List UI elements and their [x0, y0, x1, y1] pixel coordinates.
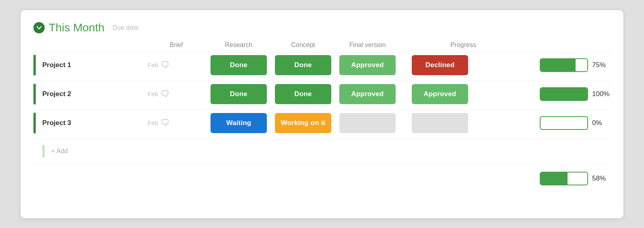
progress-fill [541, 59, 576, 71]
final-cell[interactable] [400, 111, 480, 135]
progress-percent: 75% [592, 61, 611, 69]
final-cell[interactable]: Approved [400, 82, 480, 106]
project-name-cell: Project 3 [33, 113, 146, 134]
due-date-value: Feb [148, 62, 158, 68]
brief-cell[interactable]: Done [206, 82, 271, 106]
group-title: This Month [49, 21, 105, 34]
row-indicator [33, 113, 36, 134]
project-name: Project 3 [42, 119, 71, 127]
status-badge: Approved [339, 84, 396, 104]
progress-bar [540, 58, 588, 72]
status-badge: Declined [412, 55, 468, 75]
projects-table: Project 1 Feb 🗨 DoneDoneApprovedDeclined… [33, 52, 611, 139]
add-label[interactable]: + Add [51, 148, 68, 155]
due-date-value: Feb [148, 119, 158, 126]
due-date-value: Feb [148, 90, 158, 97]
col-header-progress: Progress [400, 41, 480, 49]
footer-progress-label: 58% [592, 175, 611, 183]
header-row: This Month Due date [33, 21, 611, 34]
due-date-label: Due date [113, 24, 139, 31]
row-indicator [33, 55, 36, 76]
brief-cell[interactable]: Waiting [206, 111, 271, 135]
table-row: Project 2 Feb 🗨 DoneDoneApprovedApproved… [33, 81, 611, 110]
concept-cell[interactable]: Approved [335, 82, 400, 106]
status-badge: Approved [412, 84, 468, 104]
col-header-concept: Concept [271, 41, 335, 49]
due-date-cell: Feb 🗨 [146, 89, 206, 99]
status-badge: Working on it [275, 113, 331, 133]
concept-cell[interactable] [335, 111, 400, 135]
due-date-cell: Feb 🗨 [146, 118, 206, 128]
progress-fill [541, 88, 587, 100]
progress-percent: 0% [592, 119, 611, 127]
status-badge: Done [211, 55, 267, 75]
status-badge: Done [275, 84, 331, 104]
project-name: Project 1 [42, 61, 71, 69]
add-row[interactable]: + Add [33, 139, 611, 164]
progress-bar [540, 87, 588, 101]
project-name: Project 2 [42, 90, 71, 98]
research-cell[interactable]: Done [271, 82, 335, 106]
status-badge: Done [211, 84, 267, 104]
col-header-brief: Brief [146, 41, 206, 49]
row-indicator [33, 84, 36, 105]
chevron-down-icon[interactable] [33, 22, 45, 33]
concept-cell[interactable]: Approved [335, 53, 400, 77]
col-header-research: Research [206, 41, 271, 49]
comment-icon[interactable]: 🗨 [161, 60, 169, 70]
col-header-name [33, 41, 146, 49]
project-name-cell: Project 2 [33, 84, 146, 105]
progress-percent: 100% [592, 90, 611, 98]
table-row: Project 1 Feb 🗨 DoneDoneApprovedDeclined… [33, 52, 611, 81]
status-badge [339, 113, 396, 133]
status-badge: Done [275, 55, 331, 75]
footer-row: 58% [33, 164, 611, 185]
status-badge [412, 113, 468, 133]
research-cell[interactable]: Working on it [271, 111, 335, 135]
due-date-cell: Feb 🗨 [146, 60, 206, 70]
progress-cell: 0% [480, 116, 611, 130]
add-row-bar [42, 145, 45, 158]
col-header-final: Final version [335, 41, 400, 49]
comment-icon[interactable]: 🗨 [161, 118, 169, 128]
column-headers: Brief Research Concept Final version Pro… [33, 41, 611, 52]
table-row: Project 3 Feb 🗨 WaitingWorking on it0% [33, 110, 611, 139]
main-card: This Month Due date Brief Research Conce… [20, 10, 624, 219]
progress-bar [540, 116, 588, 130]
comment-icon[interactable]: 🗨 [161, 89, 169, 99]
final-cell[interactable]: Declined [400, 53, 480, 77]
brief-cell[interactable]: Done [206, 53, 271, 77]
footer-progress-fill [541, 173, 568, 185]
status-badge: Waiting [211, 113, 267, 133]
footer-progress-bar [540, 172, 588, 185]
progress-cell: 100% [480, 87, 611, 101]
progress-cell: 75% [480, 58, 611, 72]
status-badge: Approved [339, 55, 396, 75]
research-cell[interactable]: Done [271, 53, 335, 77]
project-name-cell: Project 1 [33, 55, 146, 76]
